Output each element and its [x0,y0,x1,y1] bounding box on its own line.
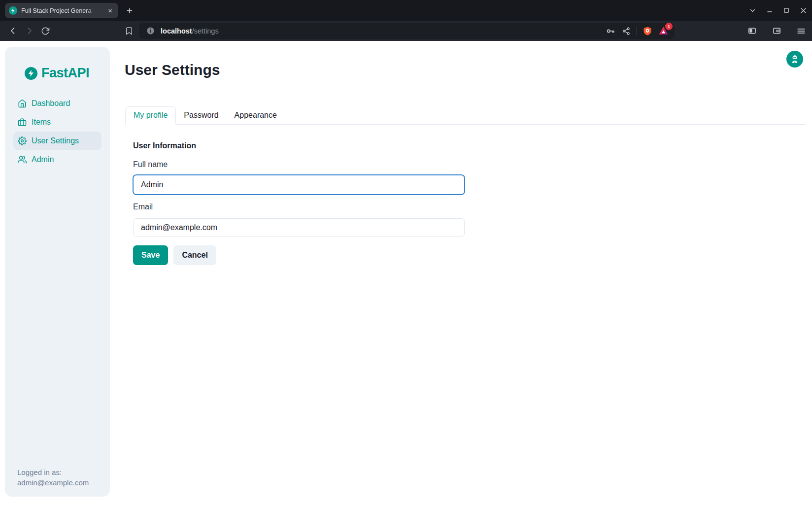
sidebar-item-label: Dashboard [32,99,70,108]
logged-in-label: Logged in as: [17,467,89,477]
sidebar: FastAPI Dashboard Items User Settings [5,47,110,497]
logged-in-email: admin@example.com [17,477,89,488]
sidebar-item-admin[interactable]: Admin [13,150,102,169]
brave-rewards-icon[interactable]: 1 [658,26,669,36]
maximize-button[interactable] [783,7,790,14]
close-window-button[interactable] [800,7,807,14]
share-icon[interactable] [621,26,632,36]
sidebar-item-label: User Settings [32,136,79,145]
rewards-badge: 1 [665,23,673,30]
brave-shield-icon[interactable] [642,26,653,36]
window-controls [749,0,807,21]
fastapi-favicon-icon [9,6,17,15]
back-button[interactable] [7,25,19,37]
toolbar-divider [637,27,637,35]
email-input[interactable] [133,218,465,237]
reload-button[interactable] [39,25,51,37]
user-astronaut-icon [790,54,800,64]
home-icon [18,99,27,108]
user-menu-button[interactable] [786,51,803,67]
sidebar-item-label: Admin [32,155,54,164]
tab-title: Full Stack Project Genera [21,7,102,14]
cancel-button[interactable]: Cancel [173,245,216,265]
minimize-button[interactable] [766,7,773,14]
fastapi-logo: FastAPI [25,66,110,81]
address-bar[interactable]: localhost/settings 1 [139,23,675,39]
new-tab-button[interactable]: + [123,4,136,17]
users-icon [18,155,27,164]
section-title: User Information [133,141,196,150]
chevron-down-icon[interactable] [749,7,756,14]
browser-toolbar: localhost/settings 1 [0,21,812,41]
fastapi-logo-icon [25,67,37,80]
sidebar-nav: Dashboard Items User Settings Admin [5,94,110,169]
forward-button[interactable] [23,25,35,37]
sidebar-item-user-settings[interactable]: User Settings [13,132,102,150]
full-name-label: Full name [133,160,168,169]
logged-in-info: Logged in as: admin@example.com [17,467,89,488]
tab-password[interactable]: Password [176,107,226,124]
browser-tab-strip: Full Stack Project Genera × + [0,0,812,21]
full-name-input[interactable] [133,175,465,195]
wallet-icon[interactable] [771,25,782,37]
url-text: localhost/settings [161,27,219,35]
tab-appearance[interactable]: Appearance [227,107,285,124]
browser-tab[interactable]: Full Stack Project Genera × [5,3,118,18]
url-host: localhost [161,27,192,35]
sidebar-item-items[interactable]: Items [13,113,102,132]
tab-close-icon[interactable]: × [106,6,114,15]
toolbar-right-icons [746,25,807,37]
sidebar-panel-icon[interactable] [746,25,758,37]
password-key-icon[interactable] [605,26,616,36]
site-info-icon[interactable] [145,26,156,36]
form-actions: Save Cancel [133,245,216,265]
page-title: User Settings [125,62,220,78]
sidebar-item-label: Items [32,118,51,127]
bookmark-icon[interactable] [123,25,135,37]
save-button[interactable]: Save [133,245,168,265]
tab-my-profile[interactable]: My profile [125,106,176,125]
app-page: FastAPI Dashboard Items User Settings [0,41,812,505]
gear-icon [18,136,27,145]
settings-tabs: My profile Password Appearance [125,106,806,125]
menu-hamburger-icon[interactable] [795,25,807,37]
url-path: /settings [192,27,219,35]
sidebar-item-dashboard[interactable]: Dashboard [13,94,102,113]
briefcase-icon [18,118,27,127]
brand-name: FastAPI [41,66,89,81]
email-label: Email [133,202,153,211]
